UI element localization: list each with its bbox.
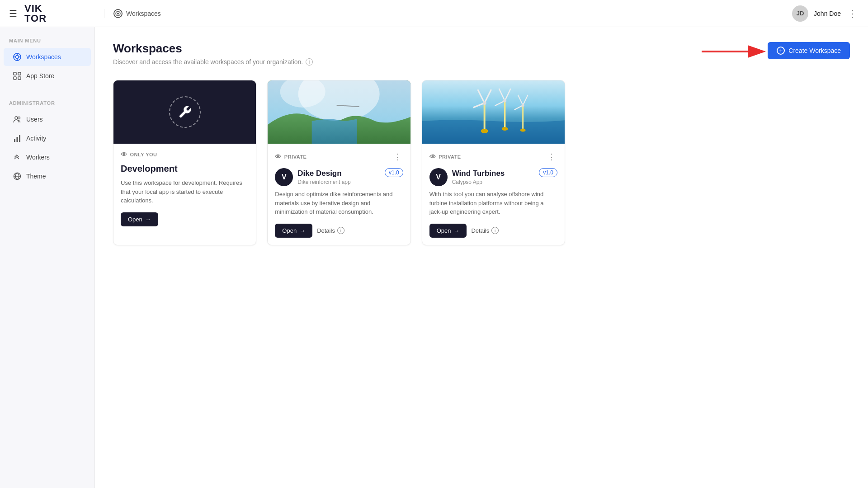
wind-turbines-svg bbox=[422, 80, 565, 144]
hamburger-menu[interactable]: ☰ bbox=[9, 8, 17, 19]
svg-point-37 bbox=[503, 99, 506, 103]
page-title: Workspaces bbox=[113, 42, 313, 56]
svg-rect-8 bbox=[14, 72, 16, 75]
wind-actions: Open → Details i bbox=[429, 224, 557, 238]
users-icon bbox=[13, 115, 22, 124]
sidebar-item-theme[interactable]: Theme bbox=[4, 167, 91, 185]
subtitle-info-icon: i bbox=[306, 58, 313, 66]
dike-open-button[interactable]: Open → bbox=[275, 224, 312, 238]
page-title-section: Workspaces Discover and access the avail… bbox=[113, 42, 313, 66]
wrench-circle bbox=[169, 96, 201, 128]
card-dike-title-row: V Dike Design Dike reinforcment app v1.0 bbox=[275, 168, 403, 186]
wrench-icon bbox=[178, 105, 192, 119]
create-workspace-icon: + bbox=[777, 47, 785, 55]
header-right: + Create Workspace bbox=[697, 42, 850, 60]
sidebar-item-users[interactable]: Users bbox=[4, 110, 91, 128]
breadcrumb-text: Workspaces bbox=[126, 10, 161, 17]
theme-icon bbox=[13, 172, 22, 181]
svg-rect-10 bbox=[14, 77, 16, 80]
wind-details-info-icon: i bbox=[491, 227, 499, 234]
dike-version-badge: v1.0 bbox=[385, 168, 403, 177]
create-workspace-button[interactable]: + Create Workspace bbox=[768, 42, 850, 59]
topbar: ☰ VIKTOR Workspaces JD John Doe ⋮ bbox=[0, 0, 868, 27]
svg-point-3 bbox=[16, 56, 19, 59]
dike-visibility: 👁 PRIVATE bbox=[275, 153, 307, 160]
sidebar: MAIN MENU Workspaces bbox=[0, 27, 95, 488]
sidebar-appstore-label: App Store bbox=[26, 72, 54, 80]
sidebar-item-workers[interactable]: Workers bbox=[4, 148, 91, 166]
avatar: JD bbox=[792, 5, 808, 22]
page-header: Workspaces Discover and access the avail… bbox=[113, 42, 850, 66]
dike-app-avatar: V bbox=[275, 168, 293, 186]
card-wind-turbines: 👁 PRIVATE ⋮ V Wind Turbines Caly bbox=[422, 80, 565, 245]
dike-actions: Open → Details i bbox=[275, 224, 403, 238]
card-wind-title-row: V Wind Turbines Calypso App v1.0 bbox=[429, 168, 557, 186]
dike-details-button[interactable]: Details i bbox=[317, 227, 344, 234]
wind-more-options-button[interactable]: ⋮ bbox=[546, 151, 557, 163]
logo: VIKTOR bbox=[24, 4, 47, 23]
card-dike-meta: 👁 PRIVATE ⋮ bbox=[275, 151, 403, 163]
appstore-icon bbox=[13, 71, 22, 80]
wind-details-button[interactable]: Details i bbox=[471, 227, 499, 234]
svg-point-1 bbox=[117, 13, 119, 14]
activity-icon bbox=[13, 134, 22, 143]
svg-point-39 bbox=[520, 129, 525, 132]
topbar-more-button[interactable]: ⋮ bbox=[846, 6, 859, 21]
dike-app-name-sub: Dike Design Dike reinforcment app bbox=[297, 169, 385, 185]
open-arrow-icon: → bbox=[145, 216, 151, 223]
dike-app-name: Dike Design bbox=[297, 169, 385, 178]
wind-app-subtitle: Calypso App bbox=[452, 179, 539, 185]
wind-app-name-sub: Wind Turbines Calypso App bbox=[452, 169, 539, 185]
svg-rect-15 bbox=[17, 137, 18, 142]
svg-point-13 bbox=[18, 117, 20, 119]
dike-description: Design and optimize dike reinforcements … bbox=[275, 190, 403, 216]
card-dike-image bbox=[268, 80, 410, 144]
card-dike-design: 👁 PRIVATE ⋮ V Dike Design Dike r bbox=[267, 80, 410, 245]
svg-point-33 bbox=[501, 127, 508, 131]
svg-point-27 bbox=[481, 129, 488, 133]
main-content: Workspaces Discover and access the avail… bbox=[95, 27, 868, 488]
page-subtitle: Discover and access the available worksp… bbox=[113, 58, 313, 66]
eye-icon-wind: 👁 bbox=[429, 153, 436, 160]
sidebar-item-activity[interactable]: Activity bbox=[4, 129, 91, 147]
svg-point-12 bbox=[15, 117, 18, 119]
dike-app-info: V Dike Design Dike reinforcment app bbox=[275, 168, 385, 186]
admin-menu-label: ADMINISTRATOR bbox=[0, 95, 94, 109]
wind-open-button[interactable]: Open → bbox=[429, 224, 467, 238]
card-wind-body: 👁 PRIVATE ⋮ V Wind Turbines Caly bbox=[422, 144, 565, 245]
eye-icon-dike: 👁 bbox=[275, 153, 282, 160]
wind-app-avatar: V bbox=[429, 168, 448, 186]
topbar-left: ☰ VIKTOR bbox=[9, 4, 104, 23]
svg-rect-9 bbox=[18, 72, 21, 75]
sidebar-theme-label: Theme bbox=[26, 173, 46, 180]
dike-app-subtitle: Dike reinforcment app bbox=[297, 179, 385, 185]
card-development-meta: 👁 ONLY YOU bbox=[121, 151, 249, 158]
red-arrow-annotation bbox=[697, 42, 769, 60]
card-dike-body: 👁 PRIVATE ⋮ V Dike Design Dike r bbox=[268, 144, 410, 245]
wind-app-info: V Wind Turbines Calypso App bbox=[429, 168, 539, 186]
user-name: John Doe bbox=[814, 10, 841, 17]
wind-app-name: Wind Turbines bbox=[452, 169, 539, 178]
wind-open-arrow: → bbox=[453, 227, 459, 234]
development-description: Use this workspace for development. Requ… bbox=[121, 178, 249, 205]
sidebar-item-workspaces[interactable]: Workspaces bbox=[4, 48, 91, 66]
card-development-body: 👁 ONLY YOU Development Use this workspac… bbox=[113, 144, 256, 234]
sidebar-item-appstore[interactable]: App Store bbox=[4, 67, 91, 85]
development-title: Development bbox=[121, 164, 249, 174]
development-open-button[interactable]: Open → bbox=[121, 212, 158, 226]
dike-more-options-button[interactable]: ⋮ bbox=[392, 151, 403, 163]
cards-grid: 👁 ONLY YOU Development Use this workspac… bbox=[113, 80, 565, 245]
layout: MAIN MENU Workspaces bbox=[0, 27, 868, 488]
svg-rect-14 bbox=[14, 139, 15, 142]
card-development: 👁 ONLY YOU Development Use this workspac… bbox=[113, 80, 256, 245]
sidebar-activity-label: Activity bbox=[26, 135, 46, 142]
wind-description: With this tool you can analyse offshore … bbox=[429, 190, 557, 216]
sidebar-workers-label: Workers bbox=[26, 154, 50, 161]
card-wind-image bbox=[422, 80, 565, 144]
card-wind-meta: 👁 PRIVATE ⋮ bbox=[429, 151, 557, 163]
sidebar-workspaces-label: Workspaces bbox=[26, 53, 61, 61]
dike-open-arrow: → bbox=[299, 227, 305, 234]
workers-icon bbox=[13, 153, 22, 162]
svg-rect-16 bbox=[19, 135, 20, 142]
wind-visibility: 👁 PRIVATE bbox=[429, 153, 461, 160]
